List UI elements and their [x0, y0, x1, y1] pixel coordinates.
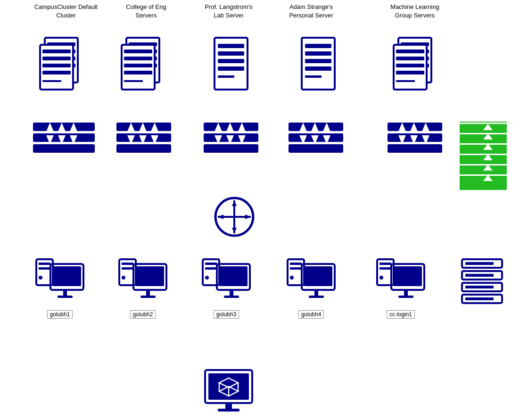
svg-rect-31 [305, 44, 331, 48]
svg-marker-119 [245, 214, 251, 219]
node-golubh1[interactable]: golubh1 [34, 257, 86, 319]
svg-rect-142 [230, 290, 233, 296]
center-router [213, 196, 256, 240]
svg-rect-163 [465, 274, 494, 277]
svg-rect-32 [305, 51, 331, 56]
col1-switch [32, 120, 96, 157]
svg-rect-126 [63, 290, 67, 296]
svg-rect-155 [380, 276, 383, 280]
svg-rect-44 [396, 57, 424, 60]
svg-rect-133 [136, 266, 164, 286]
svg-rect-43 [396, 49, 424, 53]
svg-rect-161 [465, 262, 494, 265]
node-golubh2[interactable]: golubh2 [117, 257, 169, 319]
svg-rect-45 [396, 64, 424, 67]
col4-server [299, 35, 337, 99]
svg-rect-159 [398, 296, 413, 298]
col2-servers [117, 35, 169, 99]
main-canvas: CampusCluster Default Cluster College of… [0, 0, 528, 420]
green-stack [460, 122, 507, 192]
svg-rect-149 [304, 266, 332, 286]
golubh1-label: golubh1 [47, 310, 73, 319]
svg-rect-131 [122, 276, 125, 280]
svg-rect-8 [42, 57, 71, 60]
svg-rect-150 [314, 290, 318, 296]
svg-rect-139 [205, 276, 209, 280]
golubh4-label: golubh4 [298, 310, 324, 319]
svg-rect-50 [33, 144, 95, 153]
svg-rect-68 [204, 144, 258, 153]
svg-rect-127 [58, 296, 73, 298]
svg-rect-137 [205, 263, 217, 265]
col1-header: CampusCluster Default Cluster [28, 2, 104, 19]
svg-rect-112 [460, 184, 507, 190]
col2-header: College of EngServers [108, 2, 184, 19]
svg-marker-118 [218, 214, 223, 219]
svg-rect-107 [460, 164, 507, 165]
svg-rect-59 [116, 144, 171, 153]
col1-servers [33, 35, 90, 99]
svg-rect-176 [218, 409, 239, 412]
col5-servers [387, 35, 443, 99]
svg-rect-135 [140, 296, 156, 298]
svg-rect-146 [290, 267, 302, 270]
svg-rect-47 [396, 80, 415, 82]
svg-rect-95 [460, 123, 507, 124]
svg-rect-9 [42, 64, 71, 67]
svg-rect-10 [42, 71, 71, 74]
golubh3-label: golubh3 [214, 310, 239, 319]
svg-rect-27 [218, 59, 244, 63]
svg-rect-7 [42, 49, 71, 53]
svg-rect-22 [124, 71, 152, 74]
svg-rect-158 [404, 290, 408, 296]
col2-switch [116, 120, 172, 157]
golubh2-label: golubh2 [130, 310, 156, 319]
svg-rect-110 [460, 174, 507, 176]
right-storage [460, 257, 504, 306]
svg-rect-154 [380, 267, 391, 270]
col3-server [212, 35, 250, 99]
svg-rect-129 [122, 263, 133, 265]
svg-rect-104 [460, 154, 507, 155]
svg-rect-123 [39, 276, 42, 280]
svg-rect-46 [396, 71, 424, 74]
node-cc-login1[interactable]: cc-login1 [375, 257, 427, 319]
svg-rect-157 [394, 266, 422, 286]
svg-rect-23 [124, 80, 143, 82]
svg-rect-11 [42, 80, 61, 82]
svg-rect-167 [465, 297, 494, 300]
col4-header: Adam Strange'sPersonal Server [273, 2, 349, 19]
cc-login1-label: cc-login1 [387, 310, 415, 319]
svg-rect-29 [218, 75, 234, 78]
svg-rect-25 [218, 44, 244, 48]
col5-switch [387, 120, 443, 157]
svg-marker-117 [232, 228, 237, 233]
node-golubh3[interactable]: golubh3 [200, 257, 252, 319]
svg-rect-21 [124, 64, 152, 67]
svg-rect-33 [305, 59, 331, 63]
svg-rect-98 [460, 133, 507, 134]
svg-rect-26 [218, 51, 244, 56]
svg-rect-77 [289, 144, 343, 153]
svg-rect-165 [465, 286, 494, 288]
svg-rect-35 [305, 75, 322, 78]
svg-rect-141 [219, 266, 248, 286]
svg-marker-116 [232, 200, 237, 206]
node-vm-bottom[interactable] [203, 368, 255, 417]
svg-rect-122 [39, 267, 50, 270]
svg-rect-145 [290, 263, 302, 265]
node-golubh4[interactable]: golubh4 [285, 257, 337, 319]
svg-rect-19 [124, 49, 152, 53]
col5-header: Machine LearningGroup Servers [377, 2, 453, 19]
svg-rect-134 [146, 290, 150, 296]
svg-rect-175 [225, 403, 232, 409]
svg-rect-101 [460, 143, 507, 145]
svg-rect-147 [290, 276, 294, 280]
svg-rect-121 [39, 263, 50, 265]
svg-rect-28 [218, 66, 244, 71]
svg-rect-125 [53, 266, 81, 286]
svg-rect-151 [309, 296, 324, 298]
svg-rect-130 [122, 267, 133, 270]
svg-rect-143 [224, 296, 239, 298]
svg-rect-20 [124, 57, 152, 60]
